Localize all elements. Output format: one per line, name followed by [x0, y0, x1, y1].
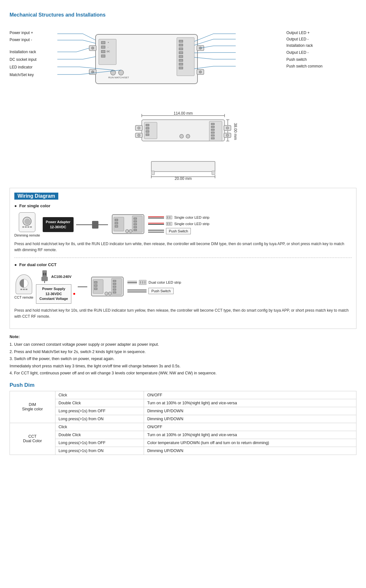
cable-connector	[76, 221, 108, 229]
label-push-switch: Push switch	[286, 57, 307, 62]
svg-rect-130	[142, 281, 143, 284]
push-dim-table: DIMSingle color Click ON/OFF Double Clic…	[10, 391, 356, 455]
cct-group-header: CCTDual Color	[10, 423, 55, 455]
strip1-label: Single color LED strip	[174, 216, 210, 219]
note-4: 4. For CCT light, continuous power off a…	[10, 370, 356, 377]
strip1-row: Single color LED strip	[148, 215, 210, 220]
svg-rect-95	[115, 225, 118, 227]
dual-push-switch-row: Push Switch	[127, 288, 181, 294]
svg-rect-76	[211, 123, 214, 125]
svg-text:DC: DC	[107, 50, 110, 53]
svg-rect-10	[179, 40, 183, 42]
dim-group-header: DIMSingle color	[10, 391, 55, 423]
dual-color-note: Press and hold match/set key for 10s, un…	[14, 308, 352, 320]
power-supply-block: Power Supply 12-36VDC Constant Voltage	[36, 284, 75, 303]
power-dot	[73, 293, 75, 295]
table-row: Long press(>1s) from ON Dimming UP/DOWN	[10, 447, 356, 455]
svg-rect-119	[94, 288, 97, 290]
label-push-common: Push switch common	[286, 64, 322, 68]
svg-rect-117	[94, 281, 97, 283]
svg-rect-81	[211, 138, 214, 139]
strip2-label: Single color LED strip	[174, 222, 210, 226]
plug-svg	[40, 270, 49, 283]
notes-title: Note:	[10, 333, 356, 341]
svg-rect-129	[140, 281, 141, 284]
label-power-minus: Power input -	[10, 38, 32, 43]
single-color-subtitle: ● For single color	[14, 203, 352, 208]
cable-line	[76, 224, 92, 225]
svg-text:RUN MATCH/SET: RUN MATCH/SET	[108, 76, 129, 79]
svg-rect-94	[115, 222, 118, 224]
push-switch-box2: Push Switch	[148, 288, 174, 294]
cct-remote-label: CCT remote	[14, 295, 33, 299]
dual-strip-row: Dual color LED strip	[127, 280, 181, 285]
width-svg: 114.00 mm 38.00 mm	[126, 111, 240, 149]
svg-point-65	[138, 134, 140, 137]
table-row: Long press(>1s) from OFF Dimming UP/DOWN	[10, 407, 356, 415]
svg-point-69	[226, 134, 229, 137]
wire-bundle2	[148, 223, 164, 225]
svg-rect-11	[179, 44, 183, 46]
label-led-indicator: LED indicator	[10, 65, 32, 69]
label-match-key: Match/Set key	[10, 73, 34, 77]
table-row: CCTDual Color Click ON/OFF	[10, 423, 356, 431]
action-click-1: Click	[55, 391, 144, 399]
result-click-2: ON/OFF	[144, 423, 356, 431]
push-dim-title: Push Dim	[10, 382, 356, 388]
single-color-subsection: ● For single color Dimming remote	[14, 203, 352, 253]
label-dc-socket: DC socket input	[10, 57, 37, 62]
action-lpress-on-2: Long press(>1s) from ON	[55, 447, 144, 455]
svg-rect-118	[94, 285, 97, 287]
ac-label: AC100-240V	[51, 275, 72, 279]
svg-rect-85	[151, 171, 154, 175]
svg-rect-80	[211, 135, 214, 136]
svg-text:114.00 mm: 114.00 mm	[173, 111, 192, 116]
svg-rect-74	[146, 134, 149, 136]
note-3: 3. Switch off the power, then switch on …	[10, 355, 356, 363]
strip-connector-svg	[166, 215, 172, 220]
strip2-connector-svg	[166, 222, 172, 226]
result-dclick-2: Turn on at 100% or 10%(night light) and …	[144, 431, 356, 439]
svg-point-127	[108, 292, 111, 295]
svg-point-19	[118, 70, 124, 75]
cable-connector2	[78, 287, 87, 287]
svg-rect-4	[101, 50, 105, 53]
strip2-row: Single color LED strip	[148, 222, 210, 226]
action-lpress-off-1: Long press(>1s) from OFF	[55, 407, 144, 415]
svg-point-103	[129, 230, 132, 233]
svg-text:20.00 mm: 20.00 mm	[175, 176, 191, 181]
svg-rect-124	[113, 289, 116, 290]
svg-point-63	[138, 127, 140, 129]
dual-strip-label: Dual color LED strip	[148, 280, 181, 284]
controller-svg	[111, 211, 146, 237]
svg-rect-131	[144, 281, 146, 284]
svg-rect-121	[113, 280, 116, 282]
svg-line-31	[83, 40, 96, 43]
svg-rect-2	[101, 41, 105, 44]
wire-bundle	[148, 216, 164, 218]
svg-rect-71	[146, 124, 149, 126]
push-dim-tbody: DIMSingle color Click ON/OFF Double Clic…	[10, 391, 356, 455]
svg-rect-16	[179, 63, 183, 65]
svg-rect-15	[179, 59, 183, 61]
svg-point-28	[199, 71, 202, 73]
svg-line-35	[83, 57, 96, 59]
table-row: Long press(>1s) from ON Dimming UP/DOWN	[10, 415, 356, 423]
dimension-section: 114.00 mm 38.00 mm	[10, 111, 356, 181]
push-switch-row: Push Switch	[148, 228, 210, 234]
controller-container2	[90, 274, 125, 300]
svg-rect-84	[151, 161, 215, 172]
svg-point-67	[226, 127, 229, 129]
svg-rect-123	[113, 286, 116, 287]
dual-color-subsection: ● For dual color CCT CCT remote	[14, 262, 352, 320]
svg-point-83	[186, 134, 190, 138]
svg-rect-112	[45, 273, 46, 275]
power-supply-box: Power Supply 12-36VDC Constant Voltage	[36, 284, 72, 303]
dual-connector-svg	[139, 280, 147, 285]
result-lpress-off-2: Color temperature UP/DOWN (turn off and …	[144, 439, 356, 447]
width-diagram: 114.00 mm 38.00 mm	[126, 111, 240, 150]
svg-text:+: +	[108, 41, 109, 44]
divider	[14, 258, 352, 258]
svg-rect-122	[113, 283, 116, 285]
depth-svg: 20.00 mm	[139, 155, 228, 181]
